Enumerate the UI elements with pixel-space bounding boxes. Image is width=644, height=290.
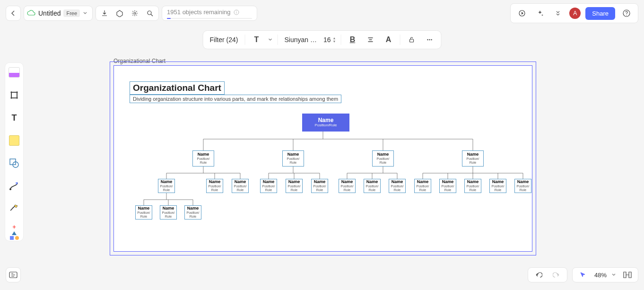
- node-l2-d5[interactable]: Name Position/ Role: [514, 179, 531, 193]
- node-l2-c2[interactable]: Name Position/ Role: [364, 179, 381, 193]
- zoom-level[interactable]: 48%: [594, 272, 607, 279]
- chevron-down-icon: [83, 11, 87, 16]
- node-l2-d4[interactable]: Name Position/ Role: [489, 179, 506, 193]
- back-button[interactable]: [6, 6, 21, 21]
- text-tool[interactable]: T: [9, 112, 20, 123]
- status-progress: [167, 18, 252, 19]
- node-l3-3[interactable]: Name Position/ Role: [184, 205, 201, 220]
- svg-point-16: [15, 236, 19, 240]
- node-l2-d1[interactable]: Name Position/ Role: [414, 179, 431, 193]
- cloud-icon: [27, 10, 35, 17]
- svg-point-14: [9, 188, 11, 190]
- node-l3-1[interactable]: Name Position/ Role: [135, 205, 152, 220]
- doc-info-group[interactable]: Untitled Free: [24, 6, 93, 21]
- chart-title[interactable]: Organizational Chart: [130, 81, 225, 95]
- node-l2-a1[interactable]: Name Position/ Role: [158, 179, 175, 193]
- node-l2-a3[interactable]: Name Position/ Role: [232, 179, 249, 193]
- node-l2-c3[interactable]: Name Position/ Role: [389, 179, 406, 193]
- panel-toggle-button[interactable]: [6, 267, 21, 282]
- node-l1-c[interactable]: Name Position/ Role: [372, 150, 394, 167]
- sticky-note-tool[interactable]: [9, 135, 20, 146]
- share-button[interactable]: Share: [585, 7, 615, 20]
- svg-rect-11: [11, 92, 17, 98]
- settings-icon[interactable]: [128, 7, 141, 20]
- shapes-library-tool[interactable]: +: [9, 226, 20, 237]
- node-l2-c1[interactable]: Name Position/ Role: [339, 179, 356, 193]
- search-icon[interactable]: [143, 7, 157, 20]
- play-icon[interactable]: [515, 7, 529, 20]
- frame-thumb-tool[interactable]: [9, 67, 20, 78]
- tool-sidebar: T +: [5, 62, 24, 241]
- node-l2-b2[interactable]: Name Position/ Role: [286, 179, 303, 193]
- svg-point-0: [134, 12, 136, 14]
- download-icon[interactable]: [98, 7, 111, 20]
- node-l3-2[interactable]: Name Position/ Role: [160, 205, 177, 220]
- fit-view-icon[interactable]: [621, 268, 634, 281]
- svg-point-1: [148, 11, 151, 15]
- plan-badge: Free: [63, 9, 80, 17]
- status-text: 1951 objects remaining: [167, 9, 230, 16]
- node-l2-a2[interactable]: Name Position/ Role: [206, 179, 223, 193]
- node-l2-b3[interactable]: Name Position/ Role: [311, 179, 328, 193]
- chevron-down-icon[interactable]: [611, 272, 616, 277]
- canvas[interactable]: Organizational Chart Organizational Char…: [26, 26, 636, 266]
- topbar-actions-group: [96, 6, 159, 21]
- collapse-icon[interactable]: [551, 7, 565, 20]
- redo-icon[interactable]: [550, 268, 563, 281]
- doc-name: Untitled: [38, 9, 61, 17]
- view-controls: 48%: [572, 267, 638, 282]
- chart-subtitle[interactable]: Dividing organization structure into var…: [130, 95, 341, 103]
- frame-tool[interactable]: [9, 89, 20, 101]
- node-root[interactable]: Name Position/Role: [302, 114, 349, 132]
- tag-icon[interactable]: [113, 7, 126, 20]
- svg-rect-15: [10, 236, 14, 240]
- pen-tool[interactable]: [9, 203, 20, 214]
- node-l2-d3[interactable]: Name Position/ Role: [464, 179, 481, 193]
- node-l1-a[interactable]: Name Position/ Role: [192, 150, 214, 167]
- node-l2-d2[interactable]: Name Position/ Role: [439, 179, 456, 193]
- node-l1-d[interactable]: Name Position/ Role: [462, 150, 484, 167]
- shape-tool[interactable]: [9, 158, 20, 169]
- svg-point-6: [626, 15, 627, 15]
- svg-point-3: [236, 10, 236, 11]
- cursor-icon[interactable]: [576, 268, 590, 281]
- node-l1-b[interactable]: Name Position/ Role: [282, 150, 304, 167]
- undo-icon[interactable]: [532, 268, 545, 281]
- node-l2-b1[interactable]: Name Position/ Role: [260, 179, 277, 193]
- history-group: [528, 267, 567, 282]
- status-pill[interactable]: 1951 objects remaining: [162, 6, 257, 21]
- sparkle-icon[interactable]: [533, 7, 547, 20]
- info-icon: [234, 9, 239, 15]
- help-icon[interactable]: [620, 7, 633, 20]
- connector-tool[interactable]: [9, 180, 20, 192]
- avatar[interactable]: A: [569, 8, 581, 19]
